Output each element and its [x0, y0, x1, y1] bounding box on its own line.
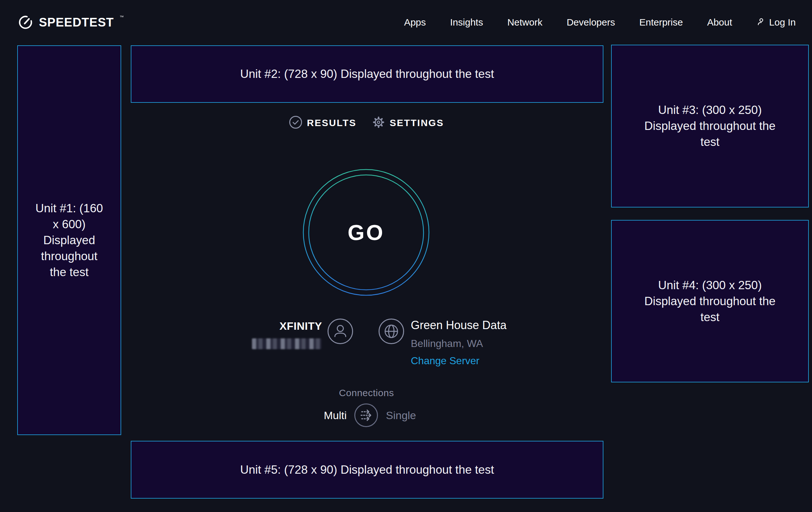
- tab-results[interactable]: RESULTS: [289, 115, 356, 130]
- ad-unit-2[interactable]: Unit #2: (728 x 90) Displayed throughout…: [131, 45, 603, 103]
- ad-unit-5[interactable]: Unit #5: (728 x 90) Displayed throughout…: [131, 441, 603, 498]
- tab-settings-label: SETTINGS: [390, 117, 444, 128]
- ad-unit-3-label: Unit #3: (300 x 250) Displayed throughou…: [643, 102, 777, 150]
- login-button[interactable]: Log In: [756, 16, 796, 29]
- server-info: Green House Data Bellingham, WA Change S…: [411, 318, 506, 367]
- provider-name: XFINITY: [280, 319, 322, 333]
- check-circle-icon: [289, 115, 302, 130]
- connections-toggle-icon[interactable]: [354, 403, 378, 429]
- tab-results-label: RESULTS: [307, 117, 356, 128]
- change-server-link[interactable]: Change Server: [411, 354, 506, 367]
- user-icon: [756, 17, 766, 28]
- gauge-icon: [17, 14, 34, 32]
- server-globe-icon: [378, 318, 404, 346]
- go-button-label: GO: [302, 168, 430, 296]
- logo-trademark: ™: [120, 14, 124, 21]
- nav-item-insights[interactable]: Insights: [450, 16, 483, 29]
- view-tabs: RESULTS: [131, 115, 602, 130]
- logo-wordmark: SPEEDTEST: [39, 14, 114, 31]
- ad-unit-5-label: Unit #5: (728 x 90) Displayed throughout…: [240, 462, 494, 478]
- ad-unit-1[interactable]: Unit #1: (160 x 600) Displayed throughou…: [17, 45, 121, 435]
- ad-unit-1-label: Unit #1: (160 x 600) Displayed throughou…: [32, 200, 106, 280]
- nav-item-network[interactable]: Network: [508, 16, 543, 29]
- provider-id-redacted: [252, 339, 321, 349]
- nav-item-developers[interactable]: Developers: [567, 16, 615, 29]
- login-label: Log In: [769, 16, 796, 29]
- ad-unit-4-label: Unit #4: (300 x 250) Displayed throughou…: [643, 277, 777, 325]
- nav-item-enterprise[interactable]: Enterprise: [639, 16, 683, 29]
- connections-multi-option[interactable]: Multi: [324, 408, 347, 423]
- server-location: Bellingham, WA: [411, 337, 506, 350]
- connections-label: Connections: [131, 387, 602, 399]
- gear-icon: [372, 115, 385, 130]
- nav-item-about[interactable]: About: [707, 16, 732, 29]
- main-nav: Apps Insights Network Developers Enterpr…: [404, 16, 796, 29]
- ad-unit-4[interactable]: Unit #4: (300 x 250) Displayed throughou…: [611, 220, 809, 382]
- ad-unit-3[interactable]: Unit #3: (300 x 250) Displayed throughou…: [611, 45, 809, 208]
- ad-unit-2-label: Unit #2: (728 x 90) Displayed throughout…: [240, 66, 494, 82]
- server-name: Green House Data: [411, 318, 506, 332]
- speedtest-logo[interactable]: SPEEDTEST ™: [17, 14, 124, 32]
- speedtest-page: SPEEDTEST ™ Apps Insights Network Develo…: [0, 0, 812, 512]
- provider-user-icon: [327, 318, 353, 346]
- tab-settings[interactable]: SETTINGS: [372, 115, 444, 130]
- go-button[interactable]: GO: [302, 168, 430, 296]
- connections-single-option[interactable]: Single: [386, 408, 416, 423]
- nav-item-apps[interactable]: Apps: [404, 16, 426, 29]
